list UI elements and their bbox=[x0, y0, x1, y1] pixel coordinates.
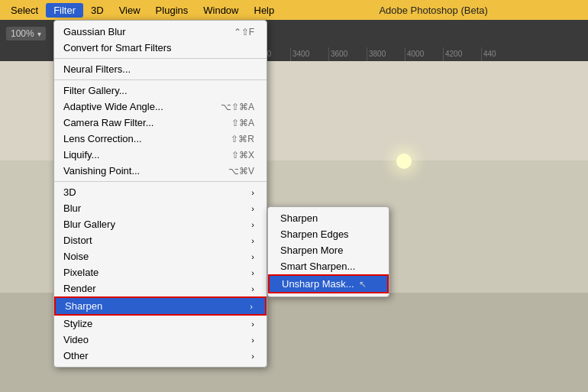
adaptive-wide-label: Adaptive Wide Angle... bbox=[63, 101, 163, 112]
blur-arrow: › bbox=[251, 204, 254, 213]
menu-item-render[interactable]: Render › bbox=[54, 280, 267, 296]
menu-item-camera-raw[interactable]: Camera Raw Filter... ⇧⌘A bbox=[54, 115, 267, 131]
video-arrow: › bbox=[251, 335, 254, 345]
zoom-dropdown-icon[interactable]: ▾ bbox=[37, 30, 41, 38]
submenu-unsharp-mask-label: Unsharp Mask... bbox=[282, 278, 354, 290]
distort-label: Distort bbox=[63, 235, 92, 246]
ruler-mark-4200: 4200 bbox=[443, 47, 481, 61]
submenu-item-unsharp-mask[interactable]: Unsharp Mask... ↖ bbox=[270, 276, 387, 292]
blur-gallery-label: Blur Gallery bbox=[63, 219, 115, 230]
sharpen-submenu-container: Sharpen Sharpen Edges Sharpen More Smart… bbox=[267, 20, 389, 297]
camera-raw-shortcut: ⇧⌘A bbox=[231, 118, 254, 128]
filter-dropdown: Gaussian Blur ⌃⇧F Convert for Smart Filt… bbox=[53, 20, 267, 368]
separator-3 bbox=[54, 181, 267, 182]
menu-item-neural-filters[interactable]: Neural Filters... bbox=[54, 61, 267, 77]
submenu-item-sharpen-more[interactable]: Sharpen More bbox=[268, 242, 389, 258]
menu-item-vanishing-point[interactable]: Vanishing Point... ⌥⌘V bbox=[54, 163, 267, 179]
render-arrow: › bbox=[251, 284, 254, 293]
render-label: Render bbox=[63, 283, 96, 294]
gaussian-blur-label: Gaussian Blur bbox=[63, 26, 126, 37]
submenu-item-smart-sharpen[interactable]: Smart Sharpen... bbox=[268, 258, 389, 274]
menubar-item-window[interactable]: Window bbox=[195, 3, 246, 18]
menubar-item-help[interactable]: Help bbox=[247, 3, 283, 18]
menubar-item-plugins[interactable]: Plugins bbox=[148, 3, 196, 18]
camera-raw-label: Camera Raw Filter... bbox=[63, 117, 153, 128]
menu-item-video[interactable]: Video › bbox=[54, 332, 267, 348]
menu-item-distort[interactable]: Distort › bbox=[54, 232, 267, 248]
stylize-label: Stylize bbox=[63, 318, 92, 329]
menu-item-pixelate[interactable]: Pixelate › bbox=[54, 264, 267, 280]
sharpen-row-border: Sharpen › bbox=[54, 296, 267, 316]
menu-item-adaptive-wide[interactable]: Adaptive Wide Angle... ⌥⇧⌘A bbox=[54, 99, 267, 115]
separator-1 bbox=[54, 58, 267, 59]
sharpen-arrow: › bbox=[250, 302, 253, 311]
ruler-mark-4000: 4000 bbox=[405, 47, 443, 61]
menubar-item-view[interactable]: View bbox=[111, 3, 148, 18]
adaptive-wide-shortcut: ⌥⇧⌘A bbox=[221, 102, 254, 112]
pixelate-label: Pixelate bbox=[63, 267, 99, 278]
separator-2 bbox=[54, 79, 267, 80]
menubar: Select Filter 3D View Plugins Window Hel… bbox=[0, 0, 588, 20]
noise-label: Noise bbox=[63, 251, 89, 262]
sharpen-label: Sharpen bbox=[65, 300, 102, 312]
3d-arrow: › bbox=[251, 188, 254, 197]
menu-item-filter-gallery[interactable]: Filter Gallery... bbox=[54, 83, 267, 99]
menu-item-blur[interactable]: Blur › bbox=[54, 200, 267, 216]
menubar-item-3d[interactable]: 3D bbox=[83, 3, 111, 18]
menu-item-lens-correction[interactable]: Lens Correction... ⇧⌘R bbox=[54, 131, 267, 147]
menubar-item-filter[interactable]: Filter bbox=[46, 3, 83, 18]
submenu-smart-sharpen-label: Smart Sharpen... bbox=[280, 261, 355, 272]
filter-gallery-label: Filter Gallery... bbox=[63, 85, 128, 96]
submenu-sharpen-edges-label: Sharpen Edges bbox=[280, 228, 349, 240]
vanishing-point-shortcut: ⌥⌘V bbox=[228, 166, 254, 177]
menubar-item-select[interactable]: Select bbox=[3, 3, 46, 18]
submenu-item-sharpen-edges[interactable]: Sharpen Edges bbox=[268, 226, 389, 242]
zoom-value: 100% bbox=[11, 28, 34, 39]
noise-arrow: › bbox=[251, 252, 254, 261]
lens-correction-shortcut: ⇧⌘R bbox=[231, 134, 254, 144]
menu-item-noise[interactable]: Noise › bbox=[54, 248, 267, 264]
sharpen-submenu-wrapper: Sharpen Sharpen Edges Sharpen More Smart… bbox=[267, 206, 389, 297]
liquify-label: Liquify... bbox=[63, 149, 99, 160]
blur-gallery-arrow: › bbox=[251, 220, 254, 229]
lens-correction-label: Lens Correction... bbox=[63, 133, 142, 144]
submenu-sharpen-more-label: Sharpen More bbox=[280, 245, 343, 256]
filter-menu: Gaussian Blur ⌃⇧F Convert for Smart Filt… bbox=[53, 20, 267, 368]
unsharp-mask-border: Unsharp Mask... ↖ bbox=[268, 274, 389, 293]
submenu-sharpen-label: Sharpen bbox=[280, 212, 318, 224]
menu-item-gaussian-blur[interactable]: Gaussian Blur ⌃⇧F bbox=[54, 24, 267, 40]
menu-item-stylize[interactable]: Stylize › bbox=[54, 316, 267, 332]
stylize-arrow: › bbox=[251, 319, 254, 329]
other-arrow: › bbox=[251, 352, 254, 361]
vanishing-point-label: Vanishing Point... bbox=[63, 165, 140, 177]
menu-item-3d[interactable]: 3D › bbox=[54, 184, 267, 200]
menu-item-sharpen[interactable]: Sharpen › bbox=[56, 298, 265, 314]
ruler-mark-440: 440 bbox=[481, 47, 519, 61]
liquify-shortcut: ⇧⌘X bbox=[231, 150, 254, 160]
submenu-item-sharpen[interactable]: Sharpen bbox=[268, 210, 389, 226]
distort-arrow: › bbox=[251, 236, 254, 245]
menu-item-smart-filters[interactable]: Convert for Smart Filters bbox=[54, 40, 267, 56]
menu-item-blur-gallery[interactable]: Blur Gallery › bbox=[54, 216, 267, 232]
gaussian-blur-shortcut: ⌃⇧F bbox=[234, 27, 254, 37]
3d-label: 3D bbox=[63, 186, 76, 198]
app-title: Adobe Photoshop (Beta) bbox=[282, 5, 585, 16]
sharpen-submenu: Sharpen Sharpen Edges Sharpen More Smart… bbox=[267, 206, 389, 297]
menu-item-other[interactable]: Other › bbox=[54, 348, 267, 364]
neural-filters-label: Neural Filters... bbox=[63, 63, 131, 75]
smart-filters-label: Convert for Smart Filters bbox=[63, 42, 172, 53]
zoom-control[interactable]: 100% ▾ bbox=[6, 27, 46, 40]
pixelate-arrow: › bbox=[251, 268, 254, 277]
video-label: Video bbox=[63, 334, 89, 345]
cursor-icon: ↖ bbox=[359, 278, 367, 290]
blur-label: Blur bbox=[63, 202, 81, 214]
other-label: Other bbox=[63, 350, 89, 361]
menu-item-liquify[interactable]: Liquify... ⇧⌘X bbox=[54, 147, 267, 163]
